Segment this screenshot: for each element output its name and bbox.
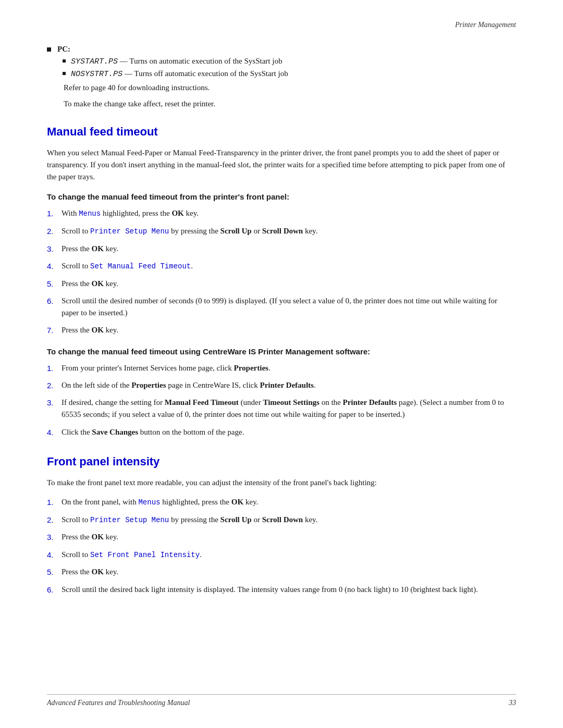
set-manual-feed-link: Set Manual Feed Timeout	[90, 262, 191, 270]
systart-text: — Turns on automatic execution of the Sy…	[118, 57, 282, 65]
nosystrt-text: — Turns off automatic execution of the S…	[123, 69, 288, 78]
footer-right: 33	[509, 699, 516, 707]
step1-1: 1. With Menus highlighted, press the OK …	[47, 207, 516, 220]
step3-1: 1. On the front panel, with Menus highli…	[47, 496, 516, 509]
menus-link1: Menus	[79, 209, 101, 218]
pc-bullet: PC:	[47, 45, 516, 54]
steps1-list: 1. With Menus highlighted, press the OK …	[47, 207, 516, 336]
intro-section: PC: SYSTART.PS — Turns on automatic exec…	[47, 45, 516, 110]
systart-code: SYSTART.PS	[71, 57, 118, 66]
refer-text: Refer to page 40 for downloading instruc…	[64, 82, 516, 94]
steps3-list: 1. On the front panel, with Menus highli…	[47, 496, 516, 596]
section1-heading: Manual feed timeout	[47, 125, 516, 139]
nosystrt-code: NOSYSTRT.PS	[71, 70, 123, 79]
step2-3: 3. If desired, change the setting for Ma…	[47, 397, 516, 421]
bullet-icon	[47, 47, 51, 52]
subheading1: To change the manual feed timeout from t…	[47, 192, 516, 201]
page-footer: Advanced Features and Troubleshooting Ma…	[47, 694, 516, 707]
header-title: Printer Management	[455, 21, 516, 29]
systart-bullet: SYSTART.PS — Turns on automatic executio…	[63, 57, 516, 66]
section2-intro: To make the front panel text more readab…	[47, 477, 516, 489]
footer-left: Advanced Features and Troubleshooting Ma…	[47, 699, 190, 707]
change-text: To make the change take affect, reset th…	[64, 98, 516, 110]
step1-7: 7. Press the OK key.	[47, 324, 516, 336]
subheading2: To change the manual feed timeout using …	[47, 347, 516, 356]
section-front-panel: Front panel intensity To make the front …	[47, 455, 516, 596]
step1-2: 2. Scroll to Printer Setup Menu by press…	[47, 225, 516, 238]
step1-3: 3. Press the OK key.	[47, 243, 516, 255]
step1-6: 6. Scroll until the desired number of se…	[47, 295, 516, 319]
section1-intro: When you select Manual Feed-Paper or Man…	[47, 147, 516, 183]
sub-bullet-icon2	[63, 72, 66, 75]
step3-4: 4. Scroll to Set Front Panel Intensity.	[47, 549, 516, 561]
step3-2: 2. Scroll to Printer Setup Menu by press…	[47, 514, 516, 526]
printer-setup-link2: Printer Setup Menu	[90, 516, 169, 524]
step3-6: 6. Scroll until the desired back light i…	[47, 584, 516, 596]
menus-link2: Menus	[138, 498, 160, 507]
set-front-panel-link: Set Front Panel Intensity	[90, 551, 200, 559]
section2-heading: Front panel intensity	[47, 455, 516, 468]
pc-label: PC:	[57, 45, 70, 53]
page-header: Printer Management	[47, 21, 516, 29]
printer-setup-link1: Printer Setup Menu	[90, 227, 169, 236]
steps2-list: 1. From your printer's Internet Services…	[47, 362, 516, 438]
step2-4: 4. Click the Save Changes button on the …	[47, 426, 516, 438]
nosystrt-bullet: NOSYSTRT.PS — Turns off automatic execut…	[63, 69, 516, 79]
step1-4: 4. Scroll to Set Manual Feed Timeout.	[47, 260, 516, 273]
step3-5: 5. Press the OK key.	[47, 566, 516, 578]
step2-1: 1. From your printer's Internet Services…	[47, 362, 516, 374]
sub-bullet-icon	[63, 59, 66, 63]
step2-2: 2. On the left side of the Properties pa…	[47, 379, 516, 391]
step3-3: 3. Press the OK key.	[47, 531, 516, 543]
section-manual-feed: Manual feed timeout When you select Manu…	[47, 125, 516, 438]
step1-5: 5. Press the OK key.	[47, 278, 516, 290]
